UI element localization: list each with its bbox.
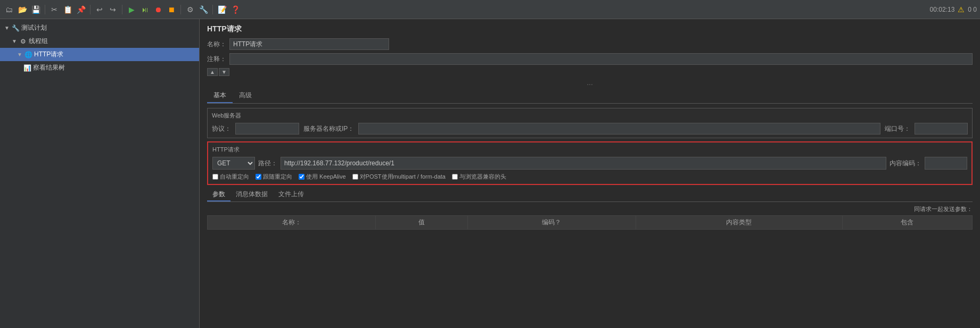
save-icon[interactable]: 💾 bbox=[30, 4, 42, 15]
undo-icon[interactable]: ↩ bbox=[94, 4, 105, 15]
paste-icon[interactable]: 📌 bbox=[75, 4, 87, 15]
browser-headers-label: 与浏览器兼容的头 bbox=[459, 173, 506, 181]
comment-input[interactable] bbox=[229, 53, 973, 65]
help-icon[interactable]: ❓ bbox=[229, 4, 241, 15]
port-input[interactable] bbox=[915, 123, 968, 134]
keep-alive-input[interactable] bbox=[299, 174, 304, 180]
server-label: 服务器名称或IP： bbox=[303, 124, 354, 133]
stop-icon[interactable]: ⏺ bbox=[152, 4, 164, 15]
col-content-type: 内容类型 bbox=[636, 216, 842, 230]
toolbar-icons: 🗂 📂 💾 ✂ 📋 📌 ↩ ↪ ▶ ⏯ ⏺ ⏹ ⚙ 🔧 📝 ❓ bbox=[3, 4, 930, 15]
sidebar-item-label: 测试计划 bbox=[21, 23, 47, 32]
new-icon[interactable]: 🗂 bbox=[3, 4, 15, 15]
timer-area: 00:02:13 ⚠ 0 0 bbox=[930, 5, 977, 14]
sep3 bbox=[122, 5, 122, 14]
collapse-button[interactable]: ▼ bbox=[219, 68, 229, 76]
sidebar-item-thread-group[interactable]: ▼ ⚙ 线程组 bbox=[0, 35, 199, 48]
list-icon[interactable]: 📝 bbox=[216, 4, 228, 15]
right-panel: HTTP请求 名称： 注释： ▲ ▼ ... 基本 高级 Web服务器 协议： bbox=[200, 19, 980, 328]
name-row: 名称： bbox=[207, 38, 973, 50]
multipart-checkbox[interactable]: 对POST使用multipart / form-data bbox=[352, 173, 446, 181]
arrow-icon: ▼ bbox=[12, 38, 17, 44]
sep2 bbox=[90, 5, 90, 14]
col-include: 包含 bbox=[842, 216, 973, 230]
tab-advanced[interactable]: 高级 bbox=[233, 89, 258, 103]
name-input[interactable] bbox=[229, 38, 389, 50]
thread-icon: ⚙ bbox=[19, 38, 27, 45]
col-name: 名称： bbox=[208, 216, 376, 230]
arrow-icon: ▼ bbox=[17, 52, 22, 57]
path-label: 路径： bbox=[258, 159, 277, 168]
sidebar-item-test-plan[interactable]: ▼ 🔧 测试计划 bbox=[0, 21, 199, 35]
comment-label: 注释： bbox=[207, 55, 226, 64]
col-value: 值 bbox=[376, 216, 468, 230]
path-input[interactable] bbox=[281, 157, 886, 170]
port-label: 端口号： bbox=[885, 124, 910, 133]
http-icon: 🌐 bbox=[24, 51, 32, 58]
sep4 bbox=[180, 5, 181, 14]
name-label: 名称： bbox=[207, 40, 226, 49]
sep5 bbox=[212, 5, 213, 14]
auto-redirect-input[interactable] bbox=[212, 174, 218, 180]
auto-redirect-label: 自动重定向 bbox=[220, 173, 249, 181]
keep-alive-checkbox[interactable]: 使用 KeepAlive bbox=[299, 173, 346, 181]
protocol-label: 协议： bbox=[212, 124, 231, 133]
redo-icon[interactable]: ↪ bbox=[107, 4, 119, 15]
protocol-input[interactable] bbox=[235, 123, 299, 134]
result-icon: 📊 bbox=[23, 64, 31, 72]
encoding-label: 内容编码： bbox=[890, 159, 921, 168]
copy-icon[interactable]: 📋 bbox=[62, 4, 73, 15]
sidebar-item-http-request[interactable]: ▼ 🌐 HTTP请求 bbox=[0, 48, 199, 61]
sub-tab-params[interactable]: 参数 bbox=[207, 188, 230, 201]
http-method-row: GET POST PUT DELETE HEAD OPTIONS PATCH 路… bbox=[212, 157, 967, 170]
comment-row: 注释： bbox=[207, 53, 973, 65]
http-request-title: HTTP请求 bbox=[212, 146, 967, 154]
method-select[interactable]: GET POST PUT DELETE HEAD OPTIONS PATCH bbox=[212, 157, 255, 170]
tabs-row: 基本 高级 bbox=[207, 89, 973, 104]
counter-display: 0 0 bbox=[968, 6, 977, 13]
dots-indicator: ... bbox=[207, 78, 973, 87]
follow-redirect-label: 跟随重定向 bbox=[263, 173, 292, 181]
toolbar: 🗂 📂 💾 ✂ 📋 📌 ↩ ↪ ▶ ⏯ ⏺ ⏹ ⚙ 🔧 📝 ❓ 00:02:13… bbox=[0, 0, 980, 19]
expand-button[interactable]: ▲ bbox=[207, 68, 218, 76]
keep-alive-label: 使用 KeepAlive bbox=[306, 173, 346, 181]
sub-tab-upload[interactable]: 文件上传 bbox=[273, 188, 309, 201]
sub-tab-body[interactable]: 消息体数据 bbox=[230, 188, 273, 201]
sub-tabs-row: 参数 消息体数据 文件上传 bbox=[207, 188, 973, 202]
auto-redirect-checkbox[interactable]: 自动重定向 bbox=[212, 173, 249, 181]
browser-headers-input[interactable] bbox=[452, 174, 458, 180]
web-server-section: Web服务器 协议： 服务器名称或IP： 端口号： bbox=[207, 108, 973, 138]
multipart-input[interactable] bbox=[352, 174, 358, 180]
expand-collapse-row: ▲ ▼ bbox=[207, 68, 973, 76]
multipart-label: 对POST使用multipart / form-data bbox=[360, 173, 446, 181]
encoding-input[interactable] bbox=[925, 157, 967, 170]
checkbox-row: 自动重定向 跟随重定向 使用 KeepAlive 对POST使用multipar… bbox=[212, 173, 967, 181]
main-content: ▼ 🔧 测试计划 ▼ ⚙ 线程组 ▼ 🌐 HTTP请求 📊 察看结果树 HTTP… bbox=[0, 19, 980, 328]
run-icon[interactable]: ▶ bbox=[126, 4, 137, 15]
tools-icon[interactable]: 🔧 bbox=[197, 4, 209, 15]
tab-basic[interactable]: 基本 bbox=[207, 89, 233, 103]
settings-icon[interactable]: ⚙ bbox=[184, 4, 196, 15]
sidebar-item-label: HTTP请求 bbox=[34, 50, 63, 59]
params-header: 同请求一起发送参数： bbox=[207, 205, 973, 213]
arrow-icon: ▼ bbox=[4, 25, 10, 31]
col-encode: 编码？ bbox=[467, 216, 636, 230]
plan-icon: 🔧 bbox=[12, 24, 19, 32]
browser-headers-checkbox[interactable]: 与浏览器兼容的头 bbox=[452, 173, 506, 181]
shutdown-icon[interactable]: ⏹ bbox=[166, 4, 177, 15]
params-table: 名称： 值 编码？ 内容类型 包含 bbox=[207, 215, 973, 230]
protocol-row: 协议： 服务器名称或IP： 端口号： bbox=[212, 123, 968, 134]
sep1 bbox=[45, 5, 45, 14]
warning-icon: ⚠ bbox=[958, 5, 965, 14]
open-icon[interactable]: 📂 bbox=[17, 4, 28, 15]
timer-display: 00:02:13 bbox=[930, 6, 955, 13]
server-input[interactable] bbox=[358, 123, 880, 134]
sidebar: ▼ 🔧 测试计划 ▼ ⚙ 线程组 ▼ 🌐 HTTP请求 📊 察看结果树 bbox=[0, 19, 200, 328]
run-all-icon[interactable]: ⏯ bbox=[139, 4, 151, 15]
page-title: HTTP请求 bbox=[207, 24, 973, 34]
sidebar-item-result-tree[interactable]: 📊 察看结果树 bbox=[0, 61, 199, 74]
cut-icon[interactable]: ✂ bbox=[48, 4, 60, 15]
follow-redirect-input[interactable] bbox=[256, 174, 261, 180]
follow-redirect-checkbox[interactable]: 跟随重定向 bbox=[256, 173, 292, 181]
web-server-title: Web服务器 bbox=[212, 112, 968, 120]
